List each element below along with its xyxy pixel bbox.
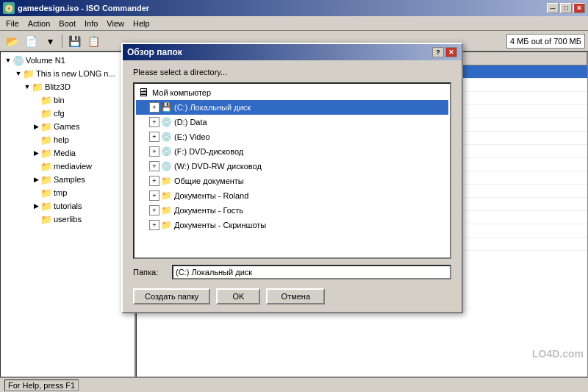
dialog-tree-item[interactable]: +💿(F:) DVD-дисковод — [136, 144, 448, 159]
dialog-tree-item[interactable]: +📁Документы - Гость — [136, 203, 448, 218]
blitz3d-icon: 📁 — [32, 82, 43, 93]
status-text: For Help, press F1 — [4, 379, 79, 391]
tutorials-folder-icon: 📁 — [40, 201, 52, 212]
menu-view[interactable]: View — [102, 18, 129, 29]
tree-expand-blitz3d[interactable]: ▼ — [23, 83, 32, 90]
minimize-button[interactable]: ─ — [547, 3, 559, 13]
media-folder-icon: 📁 — [40, 148, 52, 159]
tree-item-volume[interactable]: ▼ 💿 Volume N1 — [2, 54, 133, 67]
dialog-folder-row: Папка: — [133, 265, 451, 279]
tree-item-help[interactable]: ▶ 📁 help — [2, 133, 133, 146]
dialog-tree-item[interactable]: 🖥Мой компьютер — [136, 85, 448, 100]
tree-expand-media[interactable]: ▶ — [32, 149, 40, 157]
drive-icon: 📁 — [161, 205, 172, 215]
tree-item-games[interactable]: ▶ 📁 Games — [2, 120, 133, 133]
tree-item-tmp[interactable]: ▶ 📁 tmp — [2, 186, 133, 199]
drive-icon: 💿 — [161, 161, 172, 171]
tree-label-media: Media — [54, 149, 76, 157]
tree-expand-icon[interactable]: + — [149, 146, 159, 157]
tree-expand-icon[interactable]: + — [149, 220, 159, 230]
tree-expand-icon[interactable]: + — [149, 205, 159, 215]
userlibs-folder-icon: 📁 — [40, 214, 52, 225]
root-folder-icon: 📁 — [23, 68, 35, 79]
dialog-tree-label: (D:) Data — [174, 118, 207, 126]
tree-item-blitz3d[interactable]: ▼ 📁 Blitz3D — [2, 80, 133, 93]
tree-expand-tutorials[interactable]: ▶ — [32, 202, 40, 210]
dialog-close-button[interactable]: ✕ — [445, 47, 457, 57]
toolbar-dropdown-btn[interactable]: ▾ — [41, 33, 59, 49]
games-folder-icon: 📁 — [40, 121, 52, 132]
toolbar-another-btn[interactable]: 📋 — [85, 33, 102, 49]
tree-label-cfg: cfg — [54, 109, 65, 118]
dialog-tree-item[interactable]: +📁Документы - Roland — [136, 188, 448, 203]
menu-action[interactable]: Action — [24, 18, 55, 29]
tree-label-help: help — [54, 135, 69, 144]
dialog-help-button[interactable]: ? — [432, 47, 444, 57]
close-button[interactable]: ✕ — [573, 3, 585, 13]
toolbar-open-btn[interactable]: 📂 — [3, 33, 21, 49]
dialog-tree-item[interactable]: +📁Документы - Скриншоты — [136, 218, 448, 232]
tree-expand-icon[interactable]: + — [149, 117, 159, 127]
drive-icon: 💿 — [161, 117, 172, 127]
window-title: gamedesign.iso - ISO Commander — [18, 4, 547, 13]
drive-icon: 📁 — [161, 220, 172, 230]
dialog-folder-tree[interactable]: 🖥Мой компьютер+💾(C:) Локальный диск+💿(D:… — [133, 82, 451, 259]
tree-item-tutorials[interactable]: ▶ 📁 tutorials — [2, 199, 133, 213]
dialog-tree-label: Документы - Гость — [174, 206, 243, 215]
dialog-folder-input[interactable] — [172, 265, 451, 279]
tree-expand-volume[interactable]: ▼ — [4, 57, 12, 64]
tree-item-userlibs[interactable]: ▶ 📁 userlibs — [2, 213, 133, 226]
toolbar-new-btn[interactable]: 📄 — [22, 33, 40, 49]
dialog-tree-item[interactable]: +💿(D:) Data — [136, 115, 448, 129]
dialog-tree-item[interactable]: +📁Общие документы — [136, 174, 448, 188]
dialog-ok-button[interactable]: OK — [216, 288, 260, 304]
tree-label-tutorials: tutorials — [54, 202, 82, 210]
app-icon: 📀 — [3, 2, 15, 14]
status-bar: For Help, press F1 — [0, 377, 588, 392]
dialog-title-bar: Обзор папок ? ✕ — [123, 44, 462, 60]
dialog-tree-label: Документы - Скриншоты — [174, 221, 266, 229]
tree-label-tmp: tmp — [54, 188, 67, 197]
menu-file[interactable]: File — [1, 18, 24, 29]
tree-item-samples[interactable]: ▶ 📁 Samples — [2, 173, 133, 186]
dialog-buttons: Создать папку OK Отмена — [133, 285, 451, 304]
menu-help[interactable]: Help — [129, 18, 154, 29]
tree-expand-icon[interactable]: + — [149, 176, 159, 186]
tree-expand-root[interactable]: ▼ — [14, 70, 23, 77]
tree-expand-samples[interactable]: ▶ — [32, 176, 40, 183]
menu-bar: File Action Boot Info View Help — [0, 16, 588, 31]
drive-icon: 📁 — [161, 190, 172, 201]
tree-item-bin[interactable]: ▶ 📁 bin — [2, 93, 133, 107]
tree-item-cfg[interactable]: ▶ 📁 cfg — [2, 107, 133, 120]
tree-expand-games[interactable]: ▶ — [32, 123, 40, 130]
dialog-create-folder-button[interactable]: Создать папку — [133, 288, 210, 304]
tree-label-root: This is new LONG n... — [36, 69, 115, 78]
tree-expand-icon[interactable]: + — [149, 161, 159, 171]
maximize-button[interactable]: □ — [560, 3, 572, 13]
dialog-tree-label: (C:) Локальный диск — [174, 103, 251, 112]
dialog-cancel-button[interactable]: Отмена — [266, 288, 325, 304]
toolbar-save-btn[interactable]: 💾 — [65, 33, 83, 49]
dialog-tree-item[interactable]: +💾(C:) Локальный диск — [136, 100, 448, 115]
bin-folder-icon: 📁 — [40, 95, 52, 106]
menu-boot[interactable]: Boot — [54, 18, 80, 29]
tree-expand-icon[interactable]: + — [149, 132, 159, 142]
mediaview-folder-icon: 📁 — [40, 161, 52, 172]
tree-label-mediaview: mediaview — [54, 162, 92, 171]
drive-icon: 💿 — [161, 132, 172, 142]
dialog-tree-label: Общие документы — [174, 177, 244, 185]
dialog-tree-label: (E:) Video — [174, 132, 210, 141]
tree-item-media[interactable]: ▶ 📁 Media — [2, 146, 133, 160]
volume-icon: 💿 — [12, 55, 24, 66]
tree-item-mediaview[interactable]: ▶ 📁 mediaview — [2, 160, 133, 173]
tree-expand-icon[interactable]: + — [149, 102, 159, 113]
tree-label-bin: bin — [54, 96, 65, 104]
tree-item-root-folder[interactable]: ▼ 📁 This is new LONG n... — [2, 67, 133, 80]
dialog-tree-item[interactable]: +💿(E:) Video — [136, 129, 448, 144]
dialog-tree-item[interactable]: +💿(W:) DVD-RW дисковод — [136, 159, 448, 174]
tree-expand-icon[interactable]: + — [149, 190, 159, 201]
menu-info[interactable]: Info — [80, 18, 102, 29]
tree-label-samples: Samples — [54, 175, 85, 184]
watermark: LO4D.com — [532, 348, 584, 360]
dialog-instruction: Please select a directory... — [133, 68, 451, 76]
